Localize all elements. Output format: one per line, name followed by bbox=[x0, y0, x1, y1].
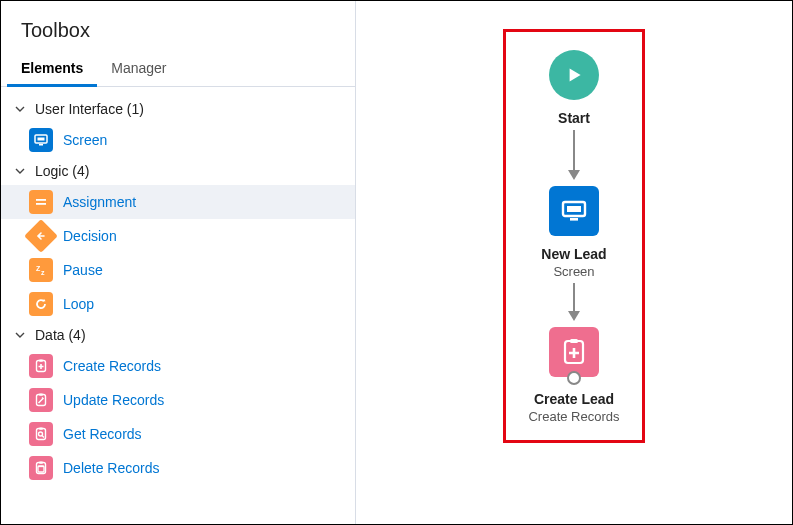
node-title: New Lead bbox=[541, 246, 606, 262]
decision-icon bbox=[24, 219, 58, 253]
element-decision[interactable]: Decision bbox=[1, 219, 355, 253]
element-label: Screen bbox=[63, 132, 107, 148]
loop-icon bbox=[29, 292, 53, 316]
element-label: Loop bbox=[63, 296, 94, 312]
flow-connector bbox=[568, 130, 580, 180]
element-label: Pause bbox=[63, 262, 103, 278]
delete-records-icon bbox=[29, 456, 53, 480]
element-label: Decision bbox=[63, 228, 117, 244]
flow-node-new-lead[interactable]: New Lead Screen bbox=[541, 186, 606, 279]
category-label: User Interface (1) bbox=[35, 101, 144, 117]
svg-rect-4 bbox=[36, 203, 46, 205]
svg-rect-12 bbox=[39, 428, 43, 430]
flow-node-create-lead[interactable]: Create Lead Create Records bbox=[528, 327, 619, 424]
category-user-interface[interactable]: User Interface (1) bbox=[1, 95, 355, 123]
svg-text:z: z bbox=[41, 269, 45, 276]
element-pause[interactable]: Zz Pause bbox=[1, 253, 355, 287]
element-assignment[interactable]: Assignment bbox=[1, 185, 355, 219]
svg-rect-1 bbox=[38, 138, 45, 141]
screen-icon bbox=[549, 186, 599, 236]
toolbox-sidebar: Toolbox Elements Manager User Interface … bbox=[1, 1, 356, 524]
element-label: Assignment bbox=[63, 194, 136, 210]
category-label: Logic (4) bbox=[35, 163, 89, 179]
toolbox-title: Toolbox bbox=[1, 1, 355, 52]
svg-rect-21 bbox=[570, 339, 578, 343]
tab-manager[interactable]: Manager bbox=[97, 52, 180, 86]
element-label: Delete Records bbox=[63, 460, 160, 476]
element-get-records[interactable]: Get Records bbox=[1, 417, 355, 451]
flow-node-start[interactable]: Start bbox=[549, 50, 599, 126]
category-data[interactable]: Data (4) bbox=[1, 321, 355, 349]
category-label: Data (4) bbox=[35, 327, 86, 343]
node-subtitle: Screen bbox=[553, 264, 594, 279]
element-label: Create Records bbox=[63, 358, 161, 374]
svg-rect-3 bbox=[36, 199, 46, 201]
chevron-down-icon bbox=[13, 102, 27, 116]
tab-elements[interactable]: Elements bbox=[7, 52, 97, 86]
svg-rect-2 bbox=[39, 144, 43, 146]
chevron-down-icon bbox=[13, 164, 27, 178]
category-logic[interactable]: Logic (4) bbox=[1, 157, 355, 185]
svg-rect-8 bbox=[39, 360, 43, 362]
create-records-icon bbox=[549, 327, 599, 377]
elements-list: User Interface (1) Screen Logic (4) Assi… bbox=[1, 87, 355, 485]
svg-rect-19 bbox=[570, 218, 578, 221]
get-records-icon bbox=[29, 422, 53, 446]
svg-rect-15 bbox=[39, 462, 43, 464]
play-icon bbox=[549, 50, 599, 100]
screen-icon bbox=[29, 128, 53, 152]
node-title: Create Lead bbox=[534, 391, 614, 407]
end-indicator-icon bbox=[567, 371, 581, 385]
node-title: Start bbox=[558, 110, 590, 126]
assignment-icon bbox=[29, 190, 53, 214]
chevron-down-icon bbox=[13, 328, 27, 342]
pause-icon: Zz bbox=[29, 258, 53, 282]
create-records-icon bbox=[29, 354, 53, 378]
svg-rect-10 bbox=[39, 394, 43, 396]
element-update-records[interactable]: Update Records bbox=[1, 383, 355, 417]
flow-connector bbox=[568, 283, 580, 321]
element-label: Update Records bbox=[63, 392, 164, 408]
svg-point-13 bbox=[39, 432, 43, 436]
element-delete-records[interactable]: Delete Records bbox=[1, 451, 355, 485]
svg-rect-18 bbox=[567, 206, 581, 212]
element-screen[interactable]: Screen bbox=[1, 123, 355, 157]
flow-canvas[interactable]: Start New Lead Screen Create Lead Create… bbox=[356, 1, 792, 524]
flow-highlight-region: Start New Lead Screen Create Lead Create… bbox=[503, 29, 645, 443]
element-create-records[interactable]: Create Records bbox=[1, 349, 355, 383]
sidebar-tabs: Elements Manager bbox=[1, 52, 355, 87]
element-loop[interactable]: Loop bbox=[1, 287, 355, 321]
update-records-icon bbox=[29, 388, 53, 412]
element-label: Get Records bbox=[63, 426, 142, 442]
node-subtitle: Create Records bbox=[528, 409, 619, 424]
